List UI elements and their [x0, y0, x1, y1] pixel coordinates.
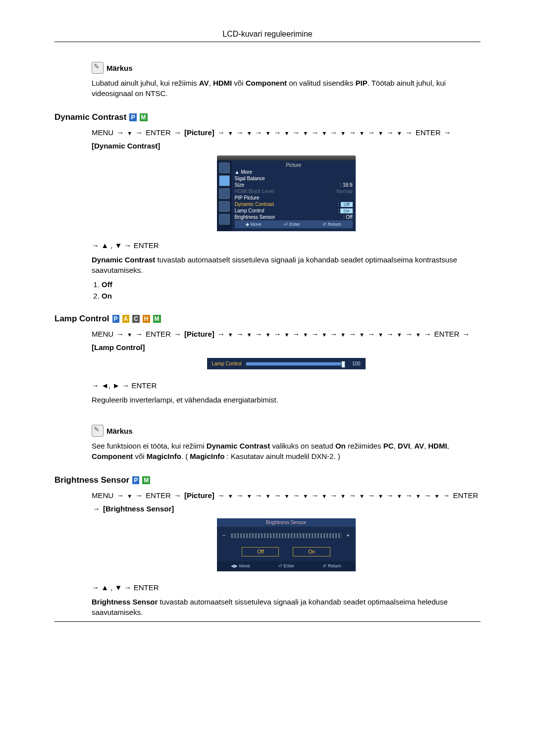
page-header: LCD-kuvari reguleerimine [54, 30, 481, 39]
osd-picture-menu: Picture ▲ More Sigal Balance Size: 16:9 … [217, 155, 356, 231]
note-row: Märkus [92, 425, 481, 437]
menu-path-brightness: MENU→→ENTER→ [Picture] →→→ →→→ →→→ →→→→ … [92, 490, 481, 514]
desc-lamp: Reguleerib inverterlampi, et vähendada e… [92, 395, 481, 405]
mode-p-icon: P [129, 113, 136, 121]
mode-m-icon: M [140, 113, 148, 121]
mode-p-icon: P [112, 315, 119, 323]
osd-lamp-slider: Lamp Control 100 [207, 358, 366, 369]
section-brightness-sensor-heading: Brightness Sensor PM [54, 475, 481, 485]
mode-h-icon: H [143, 315, 150, 323]
osd-side-icon [219, 175, 230, 186]
menu-path-lamp: MENU→→ENTER→ [Picture] →→→ →→→ →→→ →→→ E… [92, 329, 481, 353]
section-lamp-control-heading: Lamp Control PACHM [54, 314, 481, 324]
lamp-note-text: See funktsioon ei tööta, kui režiimi Dyn… [92, 441, 481, 461]
mode-m-icon: M [142, 476, 150, 484]
nav-after-dc: → ▲ , ▼ → ENTER [92, 240, 481, 251]
options-list-dc: Off On [102, 280, 481, 300]
list-item: Off [102, 280, 481, 289]
osd-brightness-sensor: Brightness Sensor − + Off On ◀▶ Move ⏎ E… [217, 518, 356, 571]
mode-c-icon: C [132, 315, 140, 323]
section-dynamic-contrast-heading: Dynamic Contrast PM [54, 112, 481, 122]
osd-side-icon [219, 188, 230, 199]
nav-after-brsensor: → ▲ , ▼ → ENTER [92, 582, 481, 593]
mode-m-icon: M [153, 315, 161, 323]
desc-brightness-sensor: Brightness Sensor tuvastab automaatselt … [92, 597, 481, 617]
note-icon [92, 425, 104, 437]
osd-brsensor-title: Brightness Sensor [217, 518, 356, 527]
divider [54, 42, 481, 42]
slider-track [231, 533, 342, 538]
note-label: Märkus [107, 64, 133, 72]
menu-path-dynamic-contrast: MENU→→ENTER→ [Picture] →→→ →→→ →→→ →→ EN… [92, 127, 481, 151]
mode-p-icon: P [132, 476, 139, 484]
osd-lamp-value: 100 [348, 361, 361, 366]
osd-side-icon [219, 162, 230, 173]
divider [54, 621, 481, 622]
nav-after-lamp: → ◄, ► → ENTER [92, 380, 481, 391]
intro-paragraph: Lubatud ainult juhul, kui režiimis AV, H… [92, 78, 481, 99]
slider-knob-icon [341, 361, 345, 368]
osd-button-on: On [293, 547, 330, 556]
plus-icon: + [346, 533, 351, 538]
note-icon [92, 62, 104, 74]
note-label: Märkus [107, 427, 133, 435]
mode-a-icon: A [122, 315, 130, 323]
osd-side-icon [219, 201, 230, 212]
minus-icon: − [222, 533, 227, 538]
slider-track [246, 362, 344, 366]
note-row: Märkus [92, 62, 481, 74]
desc-dynamic-contrast: Dynamic Contrast tuvastab automaatselt s… [92, 254, 481, 275]
osd-lamp-label: Lamp Control [212, 361, 242, 366]
osd-title: Picture [235, 161, 353, 169]
list-item: On [102, 292, 481, 300]
osd-button-off: Off [242, 547, 279, 556]
osd-side-icon [219, 214, 230, 225]
